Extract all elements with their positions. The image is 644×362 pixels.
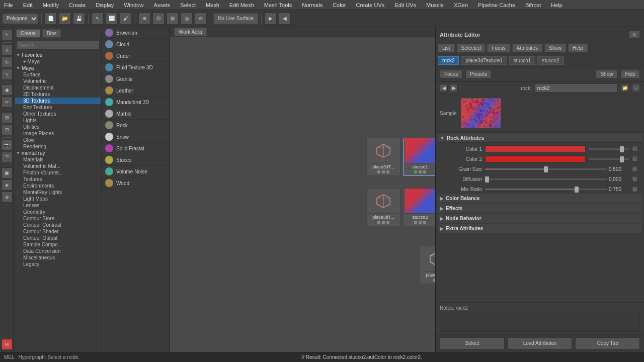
tree-item-geometry[interactable]: Geometry: [15, 209, 101, 215]
texture-crater[interactable]: Crater: [102, 50, 170, 62]
attr-tab-selected[interactable]: Selected: [457, 44, 486, 52]
color1-slider[interactable]: [589, 148, 629, 150]
tree-item-utilities[interactable]: Utilities: [15, 124, 101, 130]
tree-item-volumetric-mat[interactable]: Volumetric Mat...: [15, 163, 101, 169]
menu-muscle[interactable]: Muscle: [424, 2, 446, 8]
tree-item-contour-shader[interactable]: Contour Shader: [15, 228, 101, 235]
tree-item-data-conversion[interactable]: Data Conversion: [15, 248, 101, 254]
tree-item-photon-vol[interactable]: Photon Volumet...: [15, 169, 101, 176]
tree-item-env-textures[interactable]: Env Textures: [15, 104, 101, 111]
mode-dropdown[interactable]: Polygons: [2, 13, 38, 24]
menu-edit[interactable]: Edit: [21, 2, 35, 8]
save-btn[interactable]: 💾: [73, 13, 85, 25]
menu-edit-mesh[interactable]: Edit Mesh: [227, 2, 256, 8]
tree-item-lights[interactable]: Lights: [15, 117, 101, 124]
menu-modify[interactable]: Modify: [41, 2, 61, 8]
diffusion-slider[interactable]: [485, 178, 607, 180]
mix-ratio-slider[interactable]: [485, 189, 607, 190]
menu-create-uvs[interactable]: Create UVs: [354, 2, 386, 8]
texture-mandelbrot[interactable]: Mandelbrot 3D: [102, 97, 170, 108]
menu-xgen[interactable]: XGen: [452, 2, 470, 8]
favorites-group[interactable]: ▼ Favorites: [15, 52, 101, 58]
menu-pipeline-cache[interactable]: Pipeline Cache: [476, 2, 517, 8]
tree-item-sample-compo[interactable]: Sample Compo...: [15, 241, 101, 248]
color1-swatch[interactable]: [485, 145, 586, 152]
tree-item-legacy[interactable]: Legacy: [15, 261, 101, 267]
place3d-1-node[interactable]: place3dT...: [366, 138, 400, 176]
create-tab[interactable]: Create: [16, 29, 40, 38]
menu-file[interactable]: File: [2, 2, 15, 8]
tree-item-miscellaneous[interactable]: Miscellaneous: [15, 254, 101, 261]
render-btn[interactable]: ▶: [265, 13, 277, 25]
paint-btn[interactable]: 🖌: [120, 13, 132, 25]
nav-next-btn[interactable]: ▶: [450, 84, 458, 92]
menu-bifrost[interactable]: Bifrost: [523, 2, 543, 8]
node-tab-rock2[interactable]: rock2: [438, 56, 459, 65]
select-button[interactable]: Select: [440, 337, 505, 349]
tree-item-volumetric[interactable]: Volumetric: [15, 78, 101, 84]
menu-assets[interactable]: Assets: [151, 2, 172, 8]
snap4-btn[interactable]: ◎: [181, 13, 193, 25]
bins-tab[interactable]: Bins: [42, 29, 61, 38]
open-file-btn[interactable]: 📂: [59, 13, 71, 25]
texture-marble[interactable]: Marble: [102, 108, 170, 120]
color1-expand[interactable]: □: [632, 146, 638, 152]
tree-item-other-textures[interactable]: Other Textures: [15, 111, 101, 117]
paint-weights-btn[interactable]: ✏: [2, 97, 13, 108]
texture-rock[interactable]: Rock: [102, 120, 170, 131]
tree-item-image-planes[interactable]: Image Planes: [15, 130, 101, 137]
texture-leather[interactable]: Leather: [102, 85, 170, 97]
texture-solid-fractal[interactable]: Solid Fractal: [102, 143, 170, 154]
snap3-btn[interactable]: ⊠: [167, 13, 179, 25]
show-manipulators-btn[interactable]: ⊞: [2, 112, 13, 123]
create-nurbs-btn[interactable]: ◈: [2, 179, 13, 191]
ipr-render-btn[interactable]: 🎬: [2, 152, 13, 163]
tree-item-lenses[interactable]: Lenses: [15, 202, 101, 209]
tree-item-materials[interactable]: Materials: [15, 156, 101, 163]
grain-size-slider[interactable]: [485, 168, 607, 170]
attr-tab-help[interactable]: Help: [568, 44, 588, 52]
presets-btn[interactable]: Presets: [465, 70, 492, 78]
effects-header[interactable]: ▶ Effects: [438, 204, 642, 213]
rock-attributes-header[interactable]: ▼ Rock Attributes: [438, 134, 642, 143]
texture-stucco[interactable]: Stucco: [102, 154, 170, 166]
nav-prev-btn[interactable]: ◀: [440, 84, 448, 92]
menu-display[interactable]: Display: [94, 2, 116, 8]
texture-snow[interactable]: Snow: [102, 131, 170, 143]
work-canvas[interactable]: place3dT... stucco1: [170, 37, 435, 352]
attr-tab-list[interactable]: List: [438, 44, 455, 52]
texture-wood[interactable]: Wood: [102, 177, 170, 189]
tree-item-mentalray-lights[interactable]: MentalRay Lights: [15, 189, 101, 196]
ipr-btn[interactable]: ◀: [279, 13, 291, 25]
grain-size-expand[interactable]: □: [632, 166, 638, 172]
menu-edit-uvs[interactable]: Edit UVs: [392, 2, 418, 8]
nav-folder-btn[interactable]: 📁: [621, 84, 629, 92]
copy-tab-button[interactable]: Copy Tab: [575, 337, 640, 349]
focus-btn[interactable]: Focus: [440, 70, 462, 78]
place3d-2-node[interactable]: place3dT...: [366, 188, 400, 226]
color2-swatch[interactable]: [485, 155, 586, 162]
node-behavior-header[interactable]: ▶ Node Behavior: [438, 214, 642, 223]
stucco1-node[interactable]: stucco1: [403, 138, 435, 176]
texture-granite[interactable]: Granite: [102, 73, 170, 85]
notes-content[interactable]: [440, 312, 640, 332]
diffusion-expand[interactable]: □: [632, 176, 638, 182]
tree-item-rendering[interactable]: Rendering: [15, 143, 101, 150]
snap2-btn[interactable]: ⊡: [152, 13, 165, 25]
work-area-tab[interactable]: Work Area: [174, 28, 207, 36]
stucco2-node[interactable]: stucco2: [403, 188, 435, 226]
texture-fluid-3d[interactable]: Fluid Texture 3D: [102, 62, 170, 73]
texture-brownian[interactable]: Brownian: [102, 27, 170, 39]
attr-tab-focus[interactable]: Focus: [487, 44, 510, 52]
create-joint-btn[interactable]: ⊕: [2, 192, 13, 203]
menu-window[interactable]: Window: [122, 2, 145, 8]
extra-attributes-header[interactable]: ▶ Extra Attributes: [438, 224, 642, 233]
tree-item-environments[interactable]: Environments: [15, 183, 101, 189]
menu-normals[interactable]: Normals: [300, 2, 325, 8]
live-surface-btn[interactable]: No Live Surface: [213, 13, 258, 24]
hide-btn[interactable]: Hide: [620, 70, 640, 78]
attr-tab-show[interactable]: Show: [544, 44, 566, 52]
last-tool-btn[interactable]: ⊟: [2, 124, 13, 135]
node-tab-stucco1[interactable]: stucco1: [509, 56, 535, 65]
rotate-btn[interactable]: ↻: [2, 57, 13, 68]
